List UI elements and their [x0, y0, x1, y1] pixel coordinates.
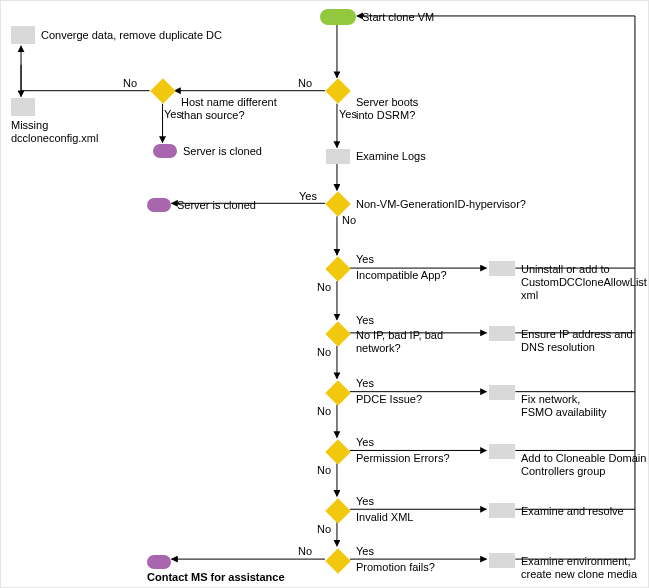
- promo-yes: Yes: [356, 545, 374, 557]
- missing-label-2: dccloneconfig.xml: [11, 132, 98, 144]
- nonvm-text: Non-VM-GenerationID-hypervisor?: [356, 198, 526, 210]
- xml-no: No: [317, 523, 331, 535]
- ensureip-1: Ensure IP address and: [521, 328, 633, 340]
- action-resolve-box: [489, 503, 515, 518]
- ip-no: No: [317, 346, 331, 358]
- hostname-text-2: than source?: [181, 109, 245, 121]
- action-fixnet-box: [489, 385, 515, 400]
- examine-logs-label: Examine Logs: [356, 150, 426, 162]
- contact-node: [147, 555, 171, 569]
- action-ensureip-box: [489, 326, 515, 341]
- missing-box: [11, 98, 35, 116]
- flowchart-canvas: Start clone VM Converge data, remove dup…: [0, 0, 649, 588]
- action-addclone-box: [489, 444, 515, 459]
- decision-nonvm: [325, 191, 350, 216]
- perm-yes: Yes: [356, 436, 374, 448]
- fixnet-2: FSMO availability: [521, 406, 607, 418]
- hostname-text-1: Host name different: [181, 96, 277, 108]
- env-1: Examine environment,: [521, 555, 630, 567]
- action-env-box: [489, 553, 515, 568]
- nonvm-no: No: [342, 214, 356, 226]
- decision-incompat: [325, 256, 350, 281]
- ip-yes: Yes: [356, 314, 374, 326]
- cloned-node-1: [153, 144, 177, 158]
- hostname-no: No: [123, 77, 137, 89]
- incompat-no: No: [317, 281, 331, 293]
- dsrm-no: No: [298, 77, 312, 89]
- start-label: Start clone VM: [362, 11, 434, 23]
- xml-yes: Yes: [356, 495, 374, 507]
- dsrm-text-2: into DSRM?: [356, 109, 415, 121]
- promo-no: No: [298, 545, 312, 557]
- converge-box: [11, 26, 35, 44]
- uninstall-1: Uninstall or add to: [521, 263, 610, 275]
- examine-logs-box: [326, 149, 350, 164]
- dsrm-text-1: Server boots: [356, 96, 418, 108]
- perm-text: Permission Errors?: [356, 452, 450, 464]
- addclone-2: Controllers group: [521, 465, 605, 477]
- missing-label-1: Missing: [11, 119, 48, 131]
- decision-ip: [325, 321, 350, 346]
- converge-label: Converge data, remove duplicate DC: [41, 29, 222, 41]
- incompat-yes: Yes: [356, 253, 374, 265]
- addclone-1: Add to Cloneable Domain: [521, 452, 646, 464]
- pdce-yes: Yes: [356, 377, 374, 389]
- decision-dsrm: [325, 78, 350, 103]
- decision-hostname: [150, 78, 175, 103]
- decision-promo: [325, 548, 350, 573]
- env-2: create new clone media: [521, 568, 637, 580]
- dsrm-yes: Yes: [339, 108, 357, 120]
- incompat-text: Incompatible App?: [356, 269, 447, 281]
- decision-pdce: [325, 380, 350, 405]
- ip-text-1: No IP, bad IP, bad: [356, 329, 443, 341]
- connector-lines: [1, 1, 648, 587]
- decision-perm: [325, 439, 350, 464]
- uninstall-2: CustomDCCloneAllowList.: [521, 276, 649, 288]
- ip-text-2: network?: [356, 342, 401, 354]
- decision-xml: [325, 498, 350, 523]
- perm-no: No: [317, 464, 331, 476]
- hostname-yes: Yes: [164, 108, 182, 120]
- cloned-label-1: Server is cloned: [183, 145, 262, 157]
- contact-label: Contact MS for assistance: [147, 571, 285, 583]
- action-uninstall-box: [489, 261, 515, 276]
- pdce-text: PDCE Issue?: [356, 393, 422, 405]
- uninstall-3: xml: [521, 289, 538, 301]
- pdce-no: No: [317, 405, 331, 417]
- nonvm-yes: Yes: [299, 190, 317, 202]
- start-node: [320, 9, 356, 25]
- xml-text: Invalid XML: [356, 511, 413, 523]
- cloned-label-2: Server is cloned: [177, 199, 256, 211]
- resolve-1: Examine and resolve: [521, 505, 624, 517]
- cloned-node-2: [147, 198, 171, 212]
- promo-text: Promotion fails?: [356, 561, 435, 573]
- ensureip-2: DNS resolution: [521, 341, 595, 353]
- fixnet-1: Fix network,: [521, 393, 580, 405]
